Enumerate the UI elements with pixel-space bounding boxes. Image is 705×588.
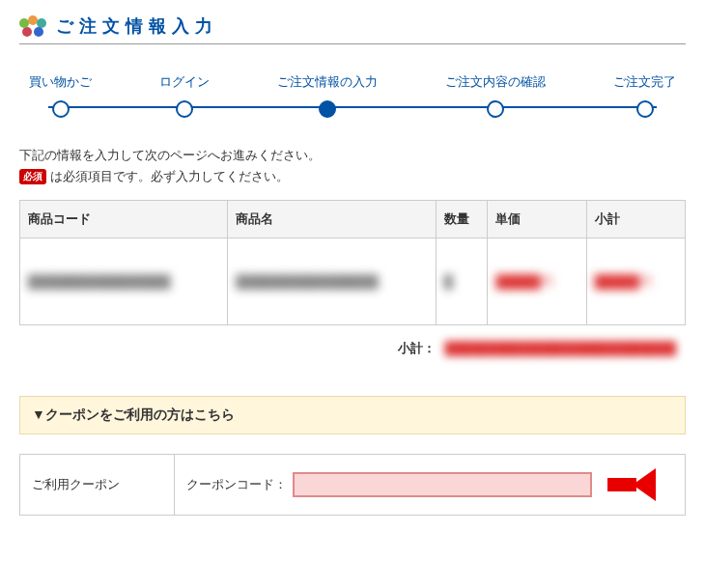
item-name: ████████████████: [228, 238, 436, 325]
step-label: ご注文内容の確認: [445, 73, 546, 91]
col-header-name: 商品名: [228, 201, 436, 238]
required-badge: 必須: [19, 169, 46, 184]
instruction-text: 下記の情報を入力して次のページへお進みください。: [19, 147, 686, 164]
col-header-code: 商品コード: [20, 201, 228, 238]
subtotal-row: 小計： ██████████████████████████: [19, 340, 686, 357]
coupon-code-input[interactable]: [293, 472, 592, 497]
logo-icon: [19, 15, 46, 37]
step-label: 買い物かご: [29, 73, 92, 91]
required-instruction: 必須 は必須項目です。必ず入力してください。: [19, 168, 686, 185]
step-login: ログイン: [159, 73, 210, 118]
step-order-info: ご注文情報の入力: [277, 73, 378, 118]
page-title-text: ご注文情報入力: [56, 14, 218, 38]
coupon-row: ご利用クーポン クーポンコード：: [20, 455, 686, 516]
step-circle-active: [319, 100, 336, 118]
checkout-progress: 買い物かご ログイン ご注文情報の入力 ご注文内容の確認 ご注文完了: [29, 73, 676, 118]
coupon-code-label: クーポンコード：: [186, 476, 287, 493]
item-price: █████円: [488, 238, 586, 325]
page-title: ご注文情報入力: [19, 14, 686, 44]
step-cart: 買い物かご: [29, 73, 92, 118]
step-circle: [52, 100, 70, 118]
item-subtotal: █████円: [586, 238, 685, 325]
step-label: ご注文完了: [613, 73, 676, 91]
step-confirm: ご注文内容の確認: [445, 73, 546, 118]
coupon-code-cell: クーポンコード：: [175, 455, 686, 516]
col-header-subtotal: 小計: [586, 201, 685, 238]
step-circle: [487, 100, 504, 118]
coupon-section-label: ご利用クーポン: [20, 455, 175, 516]
step-complete: ご注文完了: [613, 73, 676, 118]
step-label: ログイン: [159, 73, 210, 91]
col-header-qty: 数量: [436, 201, 488, 238]
item-code: ████████████████: [20, 238, 228, 325]
coupon-table: ご利用クーポン クーポンコード：: [19, 454, 686, 516]
item-table: 商品コード 商品名 数量 単価 小計 ████████████████ ████…: [19, 200, 686, 325]
item-table-header-row: 商品コード 商品名 数量 単価 小計: [20, 201, 686, 238]
subtotal-value: ██████████████████████████: [439, 341, 676, 355]
col-header-price: 単価: [488, 201, 586, 238]
step-label: ご注文情報の入力: [277, 73, 378, 91]
subtotal-label: 小計：: [398, 341, 436, 355]
highlight-arrow-icon: [598, 468, 656, 501]
coupon-section-header[interactable]: ▼クーポンをご利用の方はこちら: [19, 396, 686, 434]
step-circle: [176, 100, 193, 118]
required-text: は必須項目です。必ず入力してください。: [50, 168, 289, 185]
item-row: ████████████████ ████████████████ █ ████…: [20, 238, 686, 325]
item-qty: █: [436, 238, 488, 325]
step-circle: [636, 100, 654, 118]
